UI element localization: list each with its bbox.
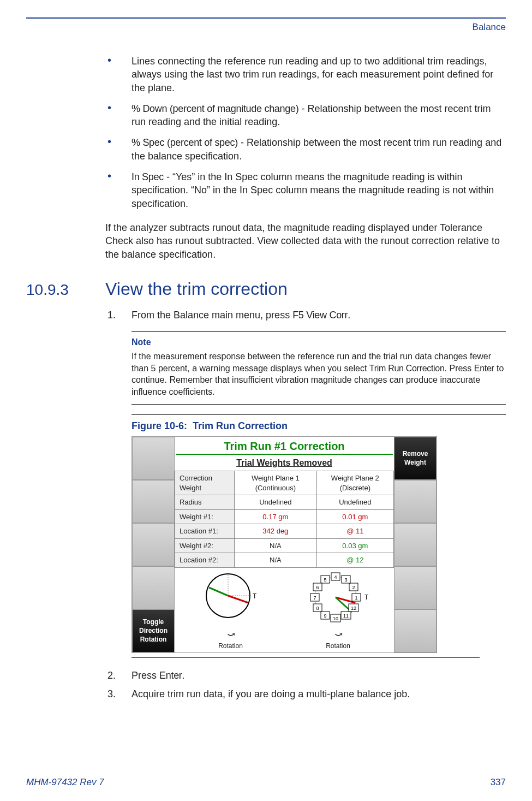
table-row: Location #1: 342 deg @ 11	[175, 524, 394, 539]
table-header: Weight Plane 1 (Continuous)	[235, 471, 317, 495]
device-subtitle: Trial Weights Removed	[175, 455, 394, 471]
rotation-label: Rotation	[190, 642, 272, 650]
step-list: 1. From the Balance main menu, press F5 …	[105, 308, 506, 322]
step-text: From the Balance main menu, press	[131, 310, 292, 321]
step-text: Acquire trim run data, if you are doing …	[131, 689, 410, 699]
list-item: Lines connecting the reference run readi…	[105, 55, 506, 94]
list-item: In Spec - “Yes” in the In Spec column me…	[105, 170, 506, 210]
device-title: Trim Run #1 Correction	[176, 437, 393, 455]
bullet-lead: In Spec	[131, 171, 164, 182]
bullet-text: - “Yes” in the In Spec column means the …	[131, 171, 494, 209]
bullet-text: Lines connecting the reference run readi…	[131, 56, 493, 93]
toggle-direction-rotation-button[interactable]: Toggle Direction Rotation	[132, 609, 175, 652]
table-header: Correction Weight	[175, 471, 235, 495]
device-button[interactable]	[132, 566, 175, 609]
table-header: Weight Plane 2 (Discrete)	[316, 471, 393, 495]
header-section: Balance	[26, 22, 506, 33]
svg-line-4	[209, 588, 228, 596]
device-center: Trim Run #1 Correction Trial Weights Rem…	[175, 437, 394, 652]
footer-page-number: 337	[491, 777, 506, 788]
step-item: 2. Press Enter.	[105, 669, 506, 682]
rotation-arrow-icon: ⤻	[297, 628, 379, 641]
page-footer: MHM-97432 Rev 7 337	[26, 777, 506, 788]
table-cell: Weight #1:	[175, 509, 235, 524]
svg-text:11: 11	[343, 613, 348, 619]
svg-text:12: 12	[350, 606, 356, 611]
table-cell: N/A	[235, 553, 317, 568]
table-cell: Radius	[175, 495, 235, 510]
device-right-buttons: Remove Weight	[394, 437, 437, 652]
svg-text:5: 5	[324, 577, 326, 583]
key-label: F5 View Corr	[292, 310, 348, 321]
svg-text:10: 10	[332, 616, 338, 621]
list-item: % Down (percent of magnitude change) - R…	[105, 102, 506, 129]
table-cell: N/A	[235, 538, 317, 553]
step-text: .	[182, 670, 185, 681]
table-row: Radius Undefined Undefined	[175, 495, 394, 510]
continuous-diagram: T ⤻ Rotation	[190, 571, 272, 650]
remove-weight-button[interactable]: Remove Weight	[394, 437, 437, 480]
table-cell: Weight #2:	[175, 538, 235, 553]
figure-caption-title: Trim Run Correction	[193, 420, 288, 431]
table-cell: Location #1:	[175, 524, 235, 539]
figure-block: Figure 10-6: Trim Run Correction Toggle …	[131, 414, 506, 652]
table-row: Location #2: N/A @ 12	[175, 553, 394, 568]
figure-bottom-rule	[131, 657, 480, 658]
polar-circle-icon: T	[198, 571, 264, 626]
svg-text:T: T	[253, 592, 257, 600]
step-number: 2.	[107, 669, 116, 682]
step-list-continued: 2. Press Enter. 3. Acquire trim run data…	[105, 669, 506, 701]
paragraph: If the analyzer subtracts runout data, t…	[105, 221, 506, 261]
device-button[interactable]	[132, 523, 175, 566]
step-number: 3.	[107, 687, 116, 701]
device-table: Correction Weight Weight Plane 1 (Contin…	[175, 471, 394, 568]
device-left-buttons: Toggle Direction Rotation	[132, 437, 175, 652]
svg-text:8: 8	[316, 606, 319, 611]
svg-text:3: 3	[344, 577, 347, 583]
device-button[interactable]	[394, 480, 437, 523]
svg-text:4: 4	[334, 574, 337, 580]
bullet-lead: % Spec (percent of spec)	[131, 137, 238, 148]
svg-text:T: T	[364, 594, 369, 601]
svg-text:9: 9	[324, 613, 326, 619]
top-rule	[26, 17, 506, 19]
key-label: Enter	[159, 670, 182, 681]
discrete-positions-icon: 1 2 3 4 5 6 7 8 9 10	[300, 571, 376, 626]
main-content: Lines connecting the reference run readi…	[105, 55, 506, 701]
section-number: 10.9.3	[26, 280, 105, 300]
step-item: 3. Acquire trim run data, if you are doi…	[105, 687, 506, 701]
table-cell: Undefined	[235, 495, 317, 510]
step-text: .	[348, 310, 350, 321]
device-button[interactable]	[132, 480, 175, 523]
rotation-arrow-icon: ⤻	[190, 628, 272, 641]
device-screenshot: Toggle Direction Rotation Trim Run #1 Co…	[131, 436, 437, 653]
list-item: % Spec (percent of spec) - Relationship …	[105, 136, 506, 163]
step-number: 1.	[107, 308, 116, 322]
device-button[interactable]	[394, 523, 437, 566]
note-text: If the measurement response between the …	[131, 351, 506, 397]
svg-text:2: 2	[352, 585, 355, 590]
section-title: View the trim correction	[105, 277, 288, 301]
key-label: Trim Run Correction	[369, 364, 445, 373]
table-cell: 0.17 gm	[235, 509, 317, 524]
table-cell: @ 12	[316, 553, 393, 568]
device-button[interactable]	[394, 609, 437, 652]
table-cell: 342 deg	[235, 524, 317, 539]
svg-text:1: 1	[355, 595, 357, 601]
device-button[interactable]	[394, 566, 437, 609]
table-row: Correction Weight Weight Plane 1 (Contin…	[175, 471, 394, 495]
discrete-diagram: 1 2 3 4 5 6 7 8 9 10	[297, 571, 379, 650]
section-heading: 10.9.3 View the trim correction	[105, 277, 506, 301]
device-button[interactable]	[132, 437, 175, 480]
table-row: Weight #1: 0.17 gm 0.01 gm	[175, 509, 394, 524]
table-cell: Location #2:	[175, 553, 235, 568]
bullet-lead: % Down (percent of magnitude change)	[131, 103, 298, 114]
rotation-label: Rotation	[297, 642, 379, 650]
note-segment: . Press	[445, 364, 474, 373]
diagram-row: T ⤻ Rotation	[175, 568, 394, 652]
footer-doc-id: MHM-97432 Rev 7	[26, 777, 104, 788]
figure-caption: Figure 10-6: Trim Run Correction	[131, 419, 506, 432]
svg-text:7: 7	[313, 595, 316, 601]
step-item: 1. From the Balance main menu, press F5 …	[105, 308, 506, 322]
step-text: Press	[131, 670, 159, 681]
